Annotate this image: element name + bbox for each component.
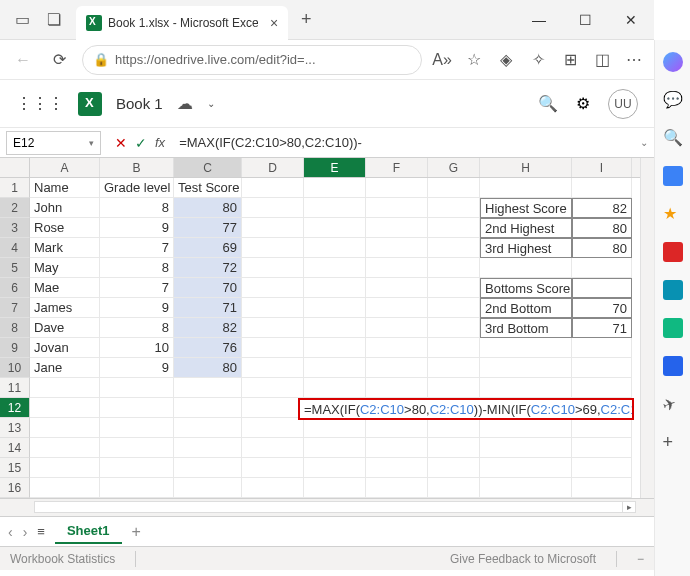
- cell-A10[interactable]: Jane: [30, 358, 100, 378]
- cell-C4[interactable]: 69: [174, 238, 242, 258]
- spreadsheet-grid[interactable]: A B C D E F G H I 1NameGrade levelTest S…: [0, 158, 654, 498]
- tab-close-button[interactable]: ×: [270, 15, 278, 31]
- cell-H9[interactable]: [480, 338, 572, 358]
- cell-I4[interactable]: 80: [572, 238, 632, 258]
- user-avatar[interactable]: UU: [608, 89, 638, 119]
- cell-G6[interactable]: [428, 278, 480, 298]
- cell-I7[interactable]: 70: [572, 298, 632, 318]
- cell-D6[interactable]: [242, 278, 304, 298]
- cell-F9[interactable]: [366, 338, 428, 358]
- horizontal-scrollbar[interactable]: ◂ ▸: [0, 498, 654, 516]
- cell-A15[interactable]: [30, 458, 100, 478]
- cell-I6[interactable]: [572, 278, 632, 298]
- collections-icon[interactable]: ⊞: [560, 50, 580, 70]
- cell-G14[interactable]: [428, 438, 480, 458]
- cell-C11[interactable]: [174, 378, 242, 398]
- cell-A9[interactable]: Jovan: [30, 338, 100, 358]
- cell-D16[interactable]: [242, 478, 304, 498]
- formula-enter-button[interactable]: ✓: [135, 135, 147, 151]
- cell-E9[interactable]: [304, 338, 366, 358]
- row-header-14[interactable]: 14: [0, 438, 30, 458]
- cell-F7[interactable]: [366, 298, 428, 318]
- cell-E4[interactable]: [304, 238, 366, 258]
- cell-I2[interactable]: 82: [572, 198, 632, 218]
- cell-E7[interactable]: [304, 298, 366, 318]
- cell-D5[interactable]: [242, 258, 304, 278]
- col-header-I[interactable]: I: [572, 158, 632, 177]
- col-header-A[interactable]: A: [30, 158, 100, 177]
- cell-E5[interactable]: [304, 258, 366, 278]
- expand-formula-bar-icon[interactable]: ⌄: [634, 137, 654, 148]
- profile-icon[interactable]: ▭: [8, 6, 36, 34]
- cell-F6[interactable]: [366, 278, 428, 298]
- sidebar-send-icon[interactable]: ✈: [660, 391, 686, 417]
- cell-H6[interactable]: Bottoms Score: [480, 278, 572, 298]
- row-header-5[interactable]: 5: [0, 258, 30, 278]
- sidebar-favorites-icon[interactable]: ★: [663, 204, 683, 224]
- cell-F14[interactable]: [366, 438, 428, 458]
- cell-E6[interactable]: [304, 278, 366, 298]
- cell-B3[interactable]: 9: [100, 218, 174, 238]
- col-header-D[interactable]: D: [242, 158, 304, 177]
- cell-G7[interactable]: [428, 298, 480, 318]
- cell-I11[interactable]: [572, 378, 632, 398]
- cell-F16[interactable]: [366, 478, 428, 498]
- cell-A3[interactable]: Rose: [30, 218, 100, 238]
- cell-B6[interactable]: 7: [100, 278, 174, 298]
- row-header-7[interactable]: 7: [0, 298, 30, 318]
- cell-H13[interactable]: [480, 418, 572, 438]
- cell-C3[interactable]: 77: [174, 218, 242, 238]
- cell-C5[interactable]: 72: [174, 258, 242, 278]
- cell-F15[interactable]: [366, 458, 428, 478]
- more-icon[interactable]: ⋯: [624, 50, 644, 70]
- row-header-3[interactable]: 3: [0, 218, 30, 238]
- col-header-H[interactable]: H: [480, 158, 572, 177]
- row-header-11[interactable]: 11: [0, 378, 30, 398]
- cell-E16[interactable]: [304, 478, 366, 498]
- cell-G3[interactable]: [428, 218, 480, 238]
- document-title[interactable]: Book 1: [116, 95, 163, 112]
- formula-input[interactable]: =MAX(IF(C2:C10>80,C2:C10))-: [179, 135, 634, 150]
- cell-C14[interactable]: [174, 438, 242, 458]
- cell-A16[interactable]: [30, 478, 100, 498]
- cell-E1[interactable]: [304, 178, 366, 198]
- sidebar-chat-icon[interactable]: 💬: [663, 90, 683, 110]
- cell-H4[interactable]: 3rd Highest: [480, 238, 572, 258]
- cell-B11[interactable]: [100, 378, 174, 398]
- row-header-10[interactable]: 10: [0, 358, 30, 378]
- cell-B13[interactable]: [100, 418, 174, 438]
- read-aloud-icon[interactable]: A»: [432, 50, 452, 70]
- cell-I9[interactable]: [572, 338, 632, 358]
- cell-A12[interactable]: [30, 398, 100, 418]
- row-header-9[interactable]: 9: [0, 338, 30, 358]
- cell-D2[interactable]: [242, 198, 304, 218]
- settings-gear-icon[interactable]: ⚙: [576, 94, 590, 113]
- cell-E13[interactable]: [304, 418, 366, 438]
- extensions-icon[interactable]: ✧: [528, 50, 548, 70]
- cell-G13[interactable]: [428, 418, 480, 438]
- cell-C8[interactable]: 82: [174, 318, 242, 338]
- cell-H16[interactable]: [480, 478, 572, 498]
- cell-H5[interactable]: [480, 258, 572, 278]
- minimize-button[interactable]: —: [516, 0, 562, 40]
- col-header-B[interactable]: B: [100, 158, 174, 177]
- cell-F11[interactable]: [366, 378, 428, 398]
- cell-H14[interactable]: [480, 438, 572, 458]
- cell-C16[interactable]: [174, 478, 242, 498]
- split-icon[interactable]: ◫: [592, 50, 612, 70]
- row-header-6[interactable]: 6: [0, 278, 30, 298]
- all-sheets-icon[interactable]: ≡: [37, 524, 45, 539]
- cell-F4[interactable]: [366, 238, 428, 258]
- maximize-button[interactable]: ☐: [562, 0, 608, 40]
- cell-F5[interactable]: [366, 258, 428, 278]
- url-input[interactable]: 🔒 https://onedrive.live.com/edit?id=...: [82, 45, 422, 75]
- cell-I16[interactable]: [572, 478, 632, 498]
- row-header-2[interactable]: 2: [0, 198, 30, 218]
- col-header-F[interactable]: F: [366, 158, 428, 177]
- cell-H7[interactable]: 2nd Bottom: [480, 298, 572, 318]
- browser-tab[interactable]: Book 1.xlsx - Microsoft Excel Onl ×: [76, 6, 288, 40]
- cell-B5[interactable]: 8: [100, 258, 174, 278]
- cell-A13[interactable]: [30, 418, 100, 438]
- sidebar-search-icon[interactable]: 🔍: [663, 128, 683, 148]
- cell-D1[interactable]: [242, 178, 304, 198]
